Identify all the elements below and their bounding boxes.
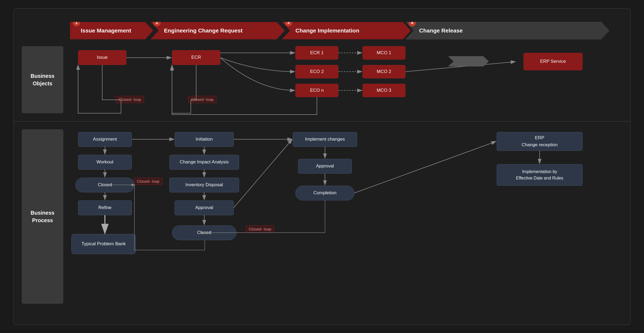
phase-4-label: Change Release	[411, 27, 463, 34]
phase-1-badge: 1	[73, 19, 80, 26]
box-closed1: Closed	[75, 178, 134, 192]
svg-line-8	[405, 62, 515, 72]
box-mco2: MCO 2	[363, 65, 405, 78]
phase-3-label: Change Implementation	[287, 27, 359, 34]
box-ecr: ECR	[172, 50, 220, 65]
box-assignment: Assignment	[78, 132, 132, 147]
svg-line-23	[354, 141, 496, 193]
box-approval3: Approval	[298, 159, 352, 174]
box-cia: Change Impact Analysis	[169, 155, 239, 170]
box-issue: Issue	[78, 50, 126, 65]
phase-4-header: 4 Change Release	[405, 22, 609, 39]
box-eco2: ECO 2	[295, 65, 338, 78]
box-impl-date: Implementation by Effective Date and Rul…	[497, 164, 583, 186]
box-closed2: Closed	[172, 225, 236, 240]
box-completion: Completion	[295, 186, 354, 200]
svg-marker-9	[448, 56, 489, 66]
phase-3-header: 3 Change Implementation	[282, 22, 411, 39]
box-mco3: MCO 3	[363, 84, 405, 97]
closed-loop-2: Closed- loop	[188, 96, 217, 103]
diagram-container: 1 Issue Management 2 Engineering Change …	[13, 8, 631, 325]
phase-2-label: Engineering Change Request	[156, 27, 243, 34]
swimlane-divider	[14, 121, 630, 122]
box-ecr1: ECR 1	[295, 46, 338, 60]
box-initiation: Initiation	[175, 132, 234, 147]
box-erp: ERP Service	[524, 53, 583, 70]
business-objects-label: Business Objects	[22, 46, 63, 113]
business-process-label: Business Process	[22, 129, 63, 304]
box-erp-change: ERP Change reception	[497, 132, 583, 151]
box-workout: Workout	[78, 155, 132, 170]
closed-loop-1: Closed- loop	[116, 96, 144, 103]
svg-line-19	[234, 139, 292, 208]
box-approval2: Approval	[175, 200, 234, 215]
closed-loop-3: Closed- loop	[134, 178, 162, 185]
box-problem-bank: Typical Problem Bank	[71, 234, 136, 254]
phase-2-badge: 2	[153, 19, 161, 26]
closed-loop-4: Closed- loop	[246, 225, 274, 233]
box-mco1: MCO 1	[363, 46, 405, 60]
phase-4-badge: 4	[408, 19, 416, 27]
phase-1-header: 1 Issue Management	[70, 22, 153, 39]
phase-2-header: 2 Engineering Change Request	[151, 22, 285, 39]
phase-3-badge: 3	[285, 19, 292, 26]
box-impl-changes: Implement changes	[293, 132, 357, 147]
phase-1-label: Issue Management	[75, 27, 131, 34]
box-inventory-disposal: Inventory Disposal	[169, 178, 239, 192]
box-refine: Refine	[78, 200, 132, 215]
box-econ: ECO n	[295, 84, 338, 97]
